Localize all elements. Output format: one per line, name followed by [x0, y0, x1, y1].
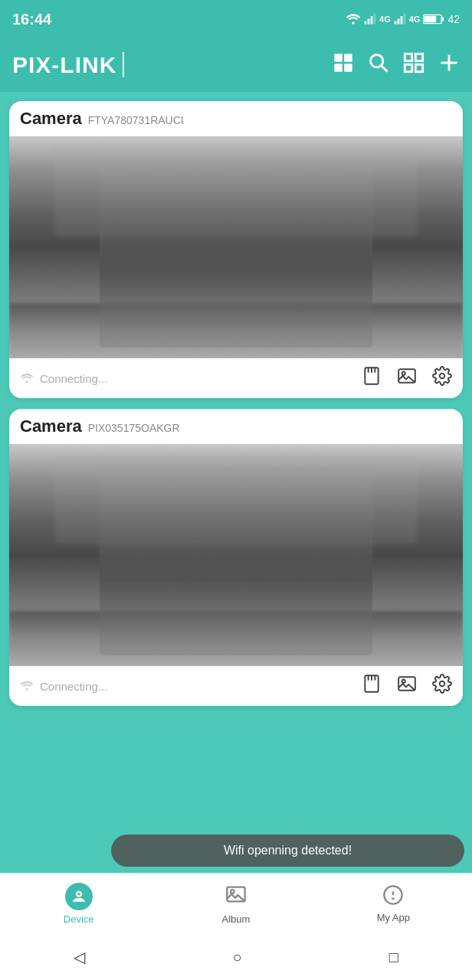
svg-point-30: [402, 372, 405, 375]
camera-2-footer: Connecting...: [9, 666, 463, 706]
main-content: Camera FTYA780731RAUCI Connecting...: [0, 92, 472, 880]
svg-rect-2: [368, 18, 370, 24]
camera-1-connecting-text: Connecting...: [40, 372, 107, 385]
nav-item-album[interactable]: Album: [209, 884, 263, 925]
svg-point-0: [352, 21, 354, 24]
wifi-banner: Wifi openning detected!: [111, 835, 464, 867]
svg-rect-19: [415, 54, 422, 60]
lte-badge-1: 4G: [379, 15, 391, 24]
nav-label-myapp: My App: [377, 912, 410, 923]
sd-card-icon-2[interactable]: [362, 674, 382, 698]
svg-rect-20: [405, 64, 411, 71]
svg-point-16: [371, 55, 383, 67]
camera-2-connecting-text: Connecting...: [40, 680, 107, 693]
svg-point-39: [440, 681, 445, 687]
camera-card-2-header: Camera PIX035175OAKGR: [9, 409, 463, 444]
camera-1-footer: Connecting...: [9, 358, 463, 398]
nav-item-myapp[interactable]: My App: [366, 884, 420, 923]
camera-1-name: Camera: [20, 109, 82, 129]
plus-icon[interactable]: [438, 52, 460, 78]
home-button[interactable]: ○: [232, 949, 241, 966]
battery-level: 42: [447, 13, 460, 25]
signal2-icon: [394, 13, 406, 25]
myapp-nav-icon: [382, 884, 404, 909]
svg-rect-1: [365, 21, 367, 24]
svg-line-17: [382, 66, 388, 72]
svg-rect-21: [415, 64, 422, 71]
camera-card-1-header: Camera FTYA780731RAUCI: [9, 101, 463, 136]
android-nav: ◁ ○ □: [0, 934, 472, 980]
svg-rect-13: [344, 54, 352, 62]
svg-point-24: [26, 381, 28, 383]
nav-label-album: Album: [222, 913, 251, 925]
svg-rect-7: [400, 16, 402, 24]
camera-2-id: PIX035175OAKGR: [88, 422, 180, 434]
camera-card-2: Camera PIX035175OAKGR Connecting...: [9, 409, 463, 706]
status-bar: 16:44 4G 4G 42: [0, 0, 472, 38]
camera-2-status: Connecting...: [20, 680, 107, 693]
wifi-connecting-icon-1: [20, 373, 34, 384]
device-nav-icon: [65, 883, 93, 910]
image-icon-1[interactable]: [397, 366, 417, 390]
wifi-banner-text: Wifi openning detected!: [224, 844, 352, 857]
camera-card-1: Camera FTYA780731RAUCI Connecting...: [9, 101, 463, 398]
camera-2-preview[interactable]: [9, 444, 463, 666]
wifi-connecting-icon-2: [20, 681, 34, 691]
svg-point-31: [440, 374, 445, 379]
camera-2-name: Camera: [20, 416, 82, 436]
search-icon[interactable]: [368, 52, 389, 78]
bottom-nav: Device Album My App: [0, 873, 472, 934]
status-time: 16:44: [12, 11, 51, 28]
svg-point-41: [77, 893, 80, 895]
battery-icon: [423, 13, 444, 25]
svg-point-43: [231, 890, 234, 893]
wifi-status-icon: [346, 13, 361, 25]
signal-icon: [364, 13, 376, 25]
expand-icon[interactable]: [403, 52, 424, 78]
svg-rect-8: [403, 14, 405, 24]
svg-rect-5: [394, 21, 396, 24]
camera-1-id: FTYA780731RAUCI: [88, 114, 184, 126]
svg-rect-4: [374, 14, 376, 24]
recent-button[interactable]: □: [389, 949, 398, 966]
svg-rect-15: [344, 64, 352, 72]
sd-card-icon-1[interactable]: [362, 366, 382, 390]
image-icon-2[interactable]: [397, 674, 417, 698]
svg-rect-14: [334, 64, 343, 72]
camera-1-footer-actions: [362, 366, 452, 390]
svg-rect-3: [371, 16, 373, 24]
svg-rect-11: [442, 17, 444, 21]
album-nav-icon: [225, 884, 247, 910]
svg-point-32: [26, 688, 28, 691]
svg-rect-10: [424, 16, 437, 22]
lte-badge-2: 4G: [409, 15, 421, 24]
nav-label-device: Device: [64, 913, 94, 925]
svg-point-38: [402, 680, 405, 683]
camera-2-footer-actions: [362, 674, 452, 698]
settings-icon-1[interactable]: [432, 366, 452, 390]
svg-rect-12: [334, 54, 343, 62]
nav-item-device[interactable]: Device: [52, 883, 106, 925]
status-icons: 4G 4G 42: [346, 13, 460, 25]
toolbar-actions: [333, 52, 460, 78]
settings-icon-2[interactable]: [432, 674, 452, 698]
toolbar: PIX-LINK: [0, 38, 472, 92]
camera-1-status: Connecting...: [20, 372, 107, 385]
app-title: PIX-LINK: [12, 52, 126, 78]
svg-point-46: [393, 898, 394, 899]
svg-rect-6: [397, 18, 399, 24]
svg-rect-18: [405, 54, 411, 60]
camera-1-preview[interactable]: [9, 136, 463, 358]
grid-icon[interactable]: [333, 52, 354, 78]
back-button[interactable]: ◁: [74, 948, 85, 966]
